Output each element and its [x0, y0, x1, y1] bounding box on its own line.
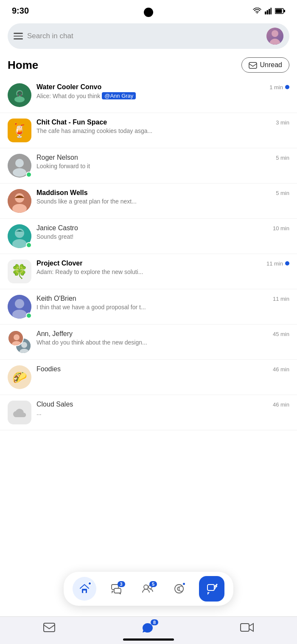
- teams-badge: 5: [149, 581, 157, 587]
- online-indicator: [26, 313, 32, 319]
- svg-point-17: [12, 204, 27, 213]
- list-item[interactable]: Cloud Sales 46 min ...: [0, 395, 297, 430]
- list-item[interactable]: 🌮 Foodies 46 min: [0, 360, 297, 395]
- list-item[interactable]: Keith O'Brien 11 min I thin that we have…: [0, 289, 297, 325]
- list-item[interactable]: Ann, Jeffery 45 min What do you think ab…: [0, 325, 297, 360]
- chat-content: Janice Castro 10 min Sounds great!: [36, 224, 289, 240]
- chat-tab-badge: 8: [151, 619, 158, 625]
- avatar: 🌮: [8, 365, 31, 389]
- svg-point-22: [15, 299, 24, 308]
- chat-name: Janice Castro: [36, 224, 78, 232]
- battery-icon: [275, 8, 285, 14]
- home-indicator: [123, 638, 174, 641]
- chat-content: Water Cooler Convo 1 min Alice: What do …: [36, 83, 289, 99]
- list-item[interactable]: 🎧 Water Cooler Convo 1 min Alice: What d…: [0, 78, 297, 113]
- svg-point-19: [15, 229, 24, 238]
- list-item[interactable]: 🍀 Project Clover 11 min Adam: Ready to e…: [0, 254, 297, 289]
- avatar: 🎧: [8, 83, 31, 107]
- svg-rect-5: [276, 9, 282, 13]
- camera-dot: [144, 8, 153, 17]
- chat-time: 11 min: [273, 296, 289, 302]
- page-title: Home: [8, 59, 38, 72]
- status-time: 9:30: [12, 6, 29, 16]
- status-icons: [253, 8, 285, 14]
- chat-preview: Looking forward to it: [36, 163, 289, 169]
- svg-rect-31: [83, 590, 86, 593]
- chat-name: Foodies: [36, 365, 61, 373]
- status-bar: 9:30: [0, 0, 297, 19]
- chat-time: 5 min: [276, 155, 289, 161]
- cloud-sales-icon: [12, 407, 27, 418]
- avatar: [8, 224, 31, 248]
- svg-rect-1: [267, 10, 269, 14]
- wifi-icon: [253, 8, 261, 14]
- chat-content: Keith O'Brien 11 min I thin that we have…: [36, 295, 289, 311]
- avatar: [8, 330, 31, 354]
- mail-icon: [43, 622, 56, 633]
- search-placeholder: Search in chat: [27, 32, 262, 40]
- compose-button[interactable]: [199, 576, 224, 602]
- tab-video[interactable]: [240, 622, 254, 633]
- svg-rect-3: [271, 8, 272, 14]
- svg-point-9: [14, 96, 25, 102]
- online-indicator: [26, 172, 32, 178]
- chat-name: Roger Nelson: [36, 154, 78, 161]
- svg-point-34: [144, 585, 148, 589]
- list-item[interactable]: Janice Castro 10 min Sounds great!: [0, 219, 297, 254]
- chat-preview: I thin that we have a good proposal for …: [36, 304, 289, 311]
- svg-point-13: [15, 159, 24, 167]
- chat-time: 46 min: [273, 401, 289, 408]
- svg-point-20: [12, 239, 27, 248]
- user-avatar[interactable]: [266, 28, 283, 45]
- tab-mail[interactable]: [43, 622, 56, 633]
- chat-time: 46 min: [273, 366, 289, 373]
- svg-rect-33: [114, 588, 121, 593]
- tab-chat[interactable]: 8: [141, 621, 154, 634]
- svg-rect-7: [249, 62, 257, 68]
- chat-name: Ann, Jeffery: [36, 330, 73, 338]
- unread-label: Unread: [260, 61, 282, 69]
- chat-name: Chit Chat - Fun Space: [36, 119, 107, 126]
- nav-chat[interactable]: 3: [104, 577, 128, 601]
- online-indicator: [26, 242, 32, 248]
- unread-dot: [285, 261, 289, 266]
- menu-icon[interactable]: [14, 33, 23, 40]
- signal-icon: [265, 8, 272, 14]
- svg-point-14: [13, 168, 26, 177]
- list-item[interactable]: 🍹 Chit Chat - Fun Space 3 min The cafe h…: [0, 113, 297, 148]
- chat-time: 11 min: [266, 260, 289, 267]
- chat-content: Chit Chat - Fun Space 3 min The cafe has…: [36, 119, 289, 134]
- svg-text:🎧: 🎧: [17, 90, 23, 97]
- svg-rect-42: [44, 623, 55, 632]
- svg-rect-43: [241, 624, 249, 631]
- chat-content: Foodies 46 min: [36, 365, 289, 374]
- chat-preview: Sounds like a great plan for the next...: [36, 198, 289, 205]
- bottom-tab-bar: 8: [0, 616, 297, 644]
- chat-preview: Adam: Ready to explore the new soluti...: [36, 268, 289, 275]
- avatar: [8, 154, 31, 178]
- float-nav: 3 5: [64, 572, 233, 606]
- nav-home[interactable]: [73, 577, 96, 601]
- list-item[interactable]: Roger Nelson 5 min Looking forward to it: [0, 148, 297, 184]
- list-item[interactable]: Maddison Wells 5 min Sounds like a great…: [0, 184, 297, 219]
- chat-time: 45 min: [273, 331, 289, 337]
- avatar: 🍹: [8, 119, 31, 142]
- video-icon: [240, 622, 254, 633]
- chat-list: 🎧 Water Cooler Convo 1 min Alice: What d…: [0, 78, 297, 430]
- chat-content: Roger Nelson 5 min Looking forward to it: [36, 154, 289, 169]
- compose-icon: [206, 583, 218, 595]
- nav-mentions[interactable]: [167, 577, 191, 601]
- svg-rect-6: [284, 10, 285, 12]
- nav-teams[interactable]: 5: [136, 577, 160, 601]
- unread-button[interactable]: Unread: [241, 57, 289, 73]
- chat-name: Cloud Sales: [36, 401, 73, 408]
- svg-rect-0: [265, 11, 266, 14]
- chat-time: 10 min: [273, 225, 289, 232]
- home-header: Home Unread: [0, 55, 297, 78]
- chat-content: Project Clover 11 min Adam: Ready to exp…: [36, 260, 289, 275]
- search-bar[interactable]: Search in chat: [8, 23, 289, 49]
- chat-name: Water Cooler Convo: [36, 83, 101, 91]
- chat-preview: What do you think about the new design..…: [36, 339, 289, 346]
- chat-time: 5 min: [276, 190, 289, 196]
- chat-name: Keith O'Brien: [36, 295, 76, 302]
